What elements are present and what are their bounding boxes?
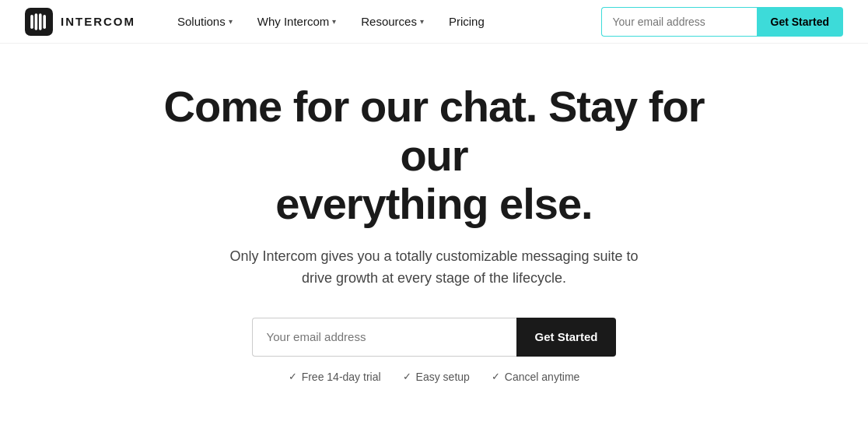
svg-rect-4 — [43, 15, 46, 29]
nav-cta-area: Get Started — [601, 7, 843, 37]
navbar: INTERCOM Solutions ▾ Why Intercom ▾ Reso… — [0, 0, 868, 44]
intercom-logo-icon — [25, 8, 53, 36]
nav-item-resources[interactable]: Resources ▾ — [350, 9, 435, 34]
feature-cancel-anytime: ✓ Cancel anytime — [492, 371, 580, 383]
nav-get-started-button[interactable]: Get Started — [757, 7, 843, 37]
chevron-down-icon: ▾ — [229, 17, 233, 26]
chevron-down-icon: ▾ — [420, 17, 424, 26]
nav-email-input[interactable] — [601, 7, 757, 37]
hero-subtitle: Only Intercom gives you a totally custom… — [216, 246, 652, 290]
nav-solutions-label: Solutions — [177, 15, 226, 28]
nav-pricing-label: Pricing — [449, 15, 485, 28]
logo[interactable]: INTERCOM — [25, 8, 135, 36]
hero-email-input[interactable] — [252, 318, 516, 357]
svg-rect-2 — [35, 13, 38, 30]
nav-item-why-intercom[interactable]: Why Intercom ▾ — [247, 9, 348, 34]
svg-rect-1 — [30, 15, 33, 29]
nav-links: Solutions ▾ Why Intercom ▾ Resources ▾ P… — [166, 9, 601, 34]
feature-easy-setup-label: Easy setup — [416, 371, 470, 383]
nav-resources-label: Resources — [361, 15, 417, 28]
chevron-down-icon: ▾ — [332, 17, 336, 26]
hero-title: Come for our chat. Stay for our everythi… — [131, 83, 737, 229]
svg-rect-3 — [39, 13, 42, 30]
nav-why-intercom-label: Why Intercom — [257, 15, 330, 28]
hero-cta-row: Get Started — [252, 318, 617, 357]
nav-item-pricing[interactable]: Pricing — [438, 9, 495, 34]
feature-free-trial-label: Free 14-day trial — [302, 371, 381, 383]
check-icon: ✓ — [403, 371, 411, 382]
check-icon: ✓ — [492, 371, 500, 382]
hero-features: ✓ Free 14-day trial ✓ Easy setup ✓ Cance… — [289, 371, 580, 383]
hero-get-started-button[interactable]: Get Started — [516, 318, 617, 357]
nav-item-solutions[interactable]: Solutions ▾ — [166, 9, 243, 34]
logo-text: INTERCOM — [61, 15, 135, 28]
hero-section: Come for our chat. Stay for our everythi… — [0, 44, 868, 414]
feature-easy-setup: ✓ Easy setup — [403, 371, 470, 383]
feature-free-trial: ✓ Free 14-day trial — [289, 371, 381, 383]
feature-cancel-anytime-label: Cancel anytime — [505, 371, 580, 383]
check-icon: ✓ — [289, 371, 297, 382]
